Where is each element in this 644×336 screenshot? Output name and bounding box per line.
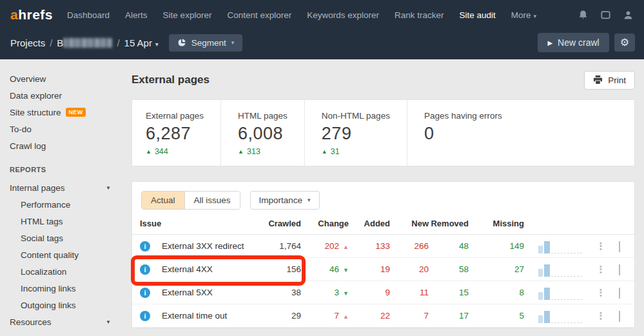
issue-name: External 4XX	[162, 264, 259, 274]
printer-icon	[593, 75, 603, 84]
sidebar-item-data-explorer[interactable]: Data explorer	[10, 87, 126, 104]
stat-html-pages: HTML pages 6,008 ▲313	[220, 100, 304, 166]
feedback-icon[interactable]	[600, 10, 611, 21]
new-badge: NEW	[66, 108, 86, 117]
row-menu-icon[interactable]	[596, 264, 606, 275]
change-arrow-icon	[343, 311, 349, 321]
nav-rank-tracker[interactable]: Rank tracker	[395, 10, 444, 20]
sidebar-item-content-quality[interactable]: Content quality	[21, 246, 126, 263]
importance-dropdown[interactable]: Importance ▾	[250, 191, 320, 210]
row-expand-chevron[interactable]	[616, 308, 623, 323]
mini-bar-chart	[524, 239, 592, 253]
sidebar-item-performance[interactable]: Performance	[21, 196, 126, 213]
row-expand-chevron[interactable]	[616, 239, 623, 253]
reports-section-header: REPORTS	[10, 163, 126, 177]
nav-site-explorer[interactable]: Site explorer	[163, 10, 212, 20]
table-header: Issue Crawled Change Added New Removed M…	[132, 213, 634, 235]
chevron-down-icon: ▾	[231, 39, 235, 46]
change-arrow-icon	[343, 241, 349, 251]
issue-name: External 5XX	[162, 288, 259, 297]
sidebar-item-incoming-links[interactable]: Incoming links	[21, 280, 126, 297]
top-navigation-bar: ahrefs Dashboard Alerts Site explorer Co…	[0, 0, 644, 30]
nav-dashboard[interactable]: Dashboard	[67, 10, 110, 20]
sidebar-item-site-structure[interactable]: Site structureNEW	[10, 104, 126, 121]
info-icon[interactable]	[140, 241, 150, 252]
chevron-down-icon: ▾	[153, 41, 159, 48]
nav-content-explorer[interactable]: Content explorer	[227, 10, 291, 20]
project-header-bar: Projects / B / 15 Apr ▾ Segment ▾ ▶ New …	[0, 30, 644, 59]
settings-button[interactable]: ⚙	[614, 34, 635, 52]
nav-site-audit[interactable]: Site audit	[460, 10, 496, 20]
mini-bar-chart	[524, 262, 592, 277]
sidebar-item-social-tags[interactable]: Social tags	[21, 230, 126, 246]
sidebar-item-todo[interactable]: To-do	[10, 121, 126, 137]
issue-name: External 3XX redirect	[162, 241, 259, 251]
info-icon[interactable]	[140, 311, 150, 321]
row-menu-icon[interactable]	[596, 287, 606, 299]
info-icon[interactable]	[140, 288, 150, 298]
stat-delta: ▲344	[146, 147, 204, 156]
stat-pages-having-errors: Pages having errors 0	[407, 100, 519, 166]
sidebar-group-resources[interactable]: Resources▼	[10, 313, 126, 330]
delta-up-icon: ▲	[322, 148, 327, 155]
sidebar: Overview Data explorer Site structureNEW…	[0, 59, 126, 336]
chevron-down-icon: ▼	[106, 319, 111, 325]
pie-chart-icon	[177, 38, 186, 47]
summary-stats-panel: External pages 6,287 ▲344 HTML pages 6,0…	[132, 99, 635, 166]
sidebar-item-outgoing-links[interactable]: Outgoing links	[21, 297, 126, 313]
main-nav: Dashboard Alerts Site explorer Content e…	[67, 10, 578, 20]
breadcrumb: Projects / B / 15 Apr ▾	[10, 37, 159, 48]
row-menu-icon[interactable]	[596, 310, 606, 322]
stat-external-pages: External pages 6,287 ▲344	[132, 100, 220, 166]
print-button[interactable]: Print	[584, 71, 635, 90]
project-name-redacted	[63, 38, 112, 48]
delta-up-icon: ▲	[146, 148, 151, 155]
sidebar-group-internal-pages[interactable]: Internal pages▼	[10, 179, 126, 196]
project-name[interactable]: B	[57, 37, 112, 48]
sidebar-item-html-tags[interactable]: HTML tags	[21, 213, 126, 230]
stat-delta: ▲31	[322, 147, 390, 156]
tab-actual[interactable]: Actual	[142, 192, 184, 209]
chevron-down-icon: ▾	[534, 13, 537, 19]
breadcrumb-projects[interactable]: Projects	[10, 37, 45, 48]
tab-all-issues[interactable]: All issues	[184, 192, 240, 209]
issue-name: External time out	[162, 311, 259, 321]
nav-more[interactable]: More▾	[511, 10, 536, 20]
mini-bar-chart	[524, 309, 592, 323]
row-menu-icon[interactable]	[596, 241, 606, 252]
segment-button[interactable]: Segment ▾	[169, 34, 243, 52]
view-segmented-control: Actual All issues	[141, 191, 240, 210]
table-row[interactable]: External 3XX redirect 1,764 202 133 266 …	[132, 235, 634, 258]
issues-toolbar: Actual All issues Importance ▾	[132, 182, 634, 213]
change-arrow-icon	[343, 264, 349, 274]
table-row[interactable]: External time out 29 7 22 7 17 5	[132, 304, 634, 328]
stat-delta: ▲313	[238, 147, 288, 156]
chevron-down-icon: ▾	[307, 197, 311, 203]
gear-icon: ⚙	[620, 37, 629, 48]
row-expand-chevron[interactable]	[616, 262, 623, 277]
change-arrow-icon	[343, 288, 349, 297]
nav-alerts[interactable]: Alerts	[125, 10, 148, 20]
sidebar-item-localization[interactable]: Localization	[21, 263, 126, 280]
page-title: External pages	[132, 74, 210, 86]
mini-bar-chart	[524, 286, 592, 300]
bell-icon[interactable]	[578, 10, 589, 21]
user-icon[interactable]	[623, 10, 634, 21]
info-icon[interactable]	[140, 264, 150, 275]
play-icon: ▶	[547, 39, 552, 46]
issues-panel: Actual All issues Importance ▾ Issue Cra…	[132, 181, 635, 328]
ahrefs-logo[interactable]: ahrefs	[10, 7, 53, 23]
stat-non-html-pages: Non-HTML pages 279 ▲31	[304, 100, 407, 166]
sidebar-item-crawl-log[interactable]: Crawl log	[10, 137, 126, 154]
chevron-down-icon: ▼	[106, 185, 111, 191]
crawl-date-dropdown[interactable]: 15 Apr ▾	[124, 37, 159, 48]
top-icons	[578, 10, 634, 21]
table-row[interactable]: External 5XX 38 3 9 11 15 8	[132, 281, 634, 304]
nav-keywords-explorer[interactable]: Keywords explorer	[307, 10, 379, 20]
new-crawl-button[interactable]: ▶ New crawl	[538, 33, 609, 52]
main-content: External pages Print External pages 6,28…	[126, 59, 644, 336]
delta-up-icon: ▲	[238, 148, 244, 155]
row-expand-chevron[interactable]	[616, 285, 623, 300]
sidebar-item-overview[interactable]: Overview	[10, 70, 126, 87]
table-row[interactable]: External 4XX 156 46 19 20 58 27	[132, 258, 634, 281]
